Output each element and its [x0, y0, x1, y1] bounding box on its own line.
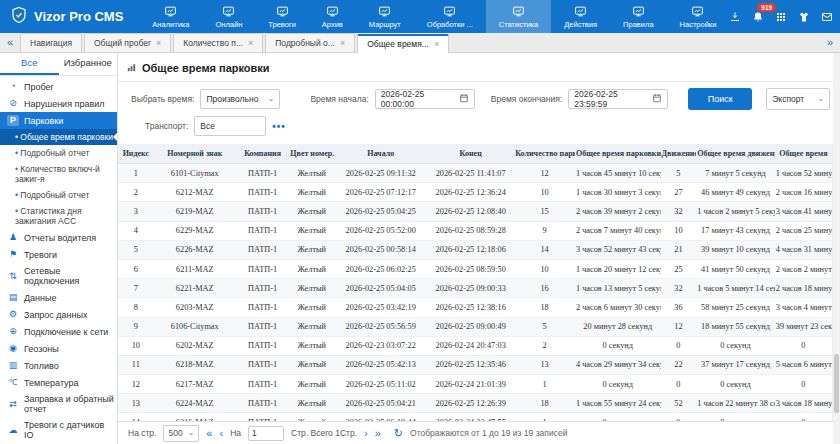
table-row[interactable]: 8 6203-MAZ ПАТП-1 Желтый 2026-02-25 03:4… — [118, 298, 832, 317]
sidebar-item-fuel[interactable]: Топливо — [0, 357, 117, 374]
sidebar-item-data-request[interactable]: Запрос данных — [0, 306, 117, 323]
end-time-input[interactable]: 2026-02-25 23:59:59 — [568, 89, 668, 109]
tab-close-icon[interactable]: × — [340, 39, 345, 48]
column-header[interactable]: Индекс — [118, 144, 154, 164]
nav-route[interactable]: Маршрут — [356, 0, 414, 33]
cell-parking-count: 12 — [514, 164, 575, 183]
sidebar-item-ignition-count[interactable]: Количество включ-й зажиг-я — [0, 161, 117, 187]
start-time-input[interactable]: 2026-02-25 00:00:00 — [375, 89, 475, 109]
table-row[interactable]: 9 6106-Citymax ПАТП-1 Желтый 2026-02-25 … — [118, 317, 832, 336]
table-row[interactable]: 12 6217-MAZ ПАТП-1 Желтый 2026-02-25 05:… — [118, 375, 832, 394]
tab-close-icon[interactable]: × — [156, 39, 161, 48]
sidebar-item-rule-violations[interactable]: Нарушения правил — [0, 95, 117, 112]
sidebar-item-driver-reports[interactable]: Отчеты водителя — [0, 229, 117, 246]
table-row[interactable]: 4 6229-MAZ ПАТП-1 Желтый 2026-02-25 05:5… — [118, 221, 832, 240]
cell-plate-color: Желтый — [289, 298, 334, 317]
sidebar-item-detailed-report-1[interactable]: Подробный отчет — [0, 145, 117, 161]
column-header[interactable]: Компания — [236, 144, 290, 164]
column-header[interactable]: Номерной знак — [154, 144, 236, 164]
search-button[interactable]: Поиск — [688, 88, 752, 110]
sidebar-item-geofences[interactable]: Геозоны — [0, 340, 117, 357]
cell-total-movement-time: 0 секунд — [696, 336, 775, 355]
sidebar-tab-favorites[interactable]: Избранное — [59, 53, 118, 75]
first-page-button[interactable]: « — [206, 428, 212, 439]
mail-icon[interactable] — [821, 11, 833, 23]
tab-total-mileage[interactable]: Общий пробег × — [84, 33, 171, 52]
time-range-select[interactable]: Произвольно ⌄ — [200, 89, 280, 109]
cell-movement-count: 32 — [661, 202, 697, 221]
last-page-button[interactable]: » — [375, 428, 381, 439]
table-row[interactable]: 10 6202-MAZ ПАТП-1 Желтый 2026-02-23 03:… — [118, 336, 832, 355]
sidebar-item-io-sensor-alarms[interactable]: Тревоги с датчиков IO — [0, 417, 117, 443]
sidebar-item-refuel-report[interactable]: Заправка и обратный отчет — [0, 391, 117, 417]
column-header[interactable]: Общее время парковки — [575, 144, 661, 164]
notifications-bell-icon[interactable]: 919 — [752, 11, 764, 23]
nav-statistics[interactable]: Статистика — [486, 0, 551, 33]
sidebar-item-detailed-report-2[interactable]: Подробный отчет — [0, 187, 117, 203]
column-header[interactable]: Общее время движения — [696, 144, 775, 164]
sidebar-item-alarms[interactable]: Тревоги — [0, 246, 117, 263]
calendar-icon[interactable] — [459, 93, 469, 105]
nav-actions[interactable]: Действия — [551, 0, 610, 33]
column-header[interactable]: Начало — [334, 144, 427, 164]
tab-total-time[interactable]: Общее время... × — [357, 34, 449, 53]
nav-settings[interactable]: Настройки — [667, 0, 730, 33]
nav-processing[interactable]: Обработки ... — [414, 0, 486, 33]
export-button[interactable]: Экспорт ⌄ — [766, 88, 830, 110]
nav-alarms[interactable]: Тревоги — [255, 0, 309, 33]
cell-company: ПАТП-1 — [236, 202, 290, 221]
prev-page-button[interactable]: ‹ — [219, 428, 223, 439]
apps-grid-icon[interactable] — [775, 11, 787, 23]
nav-rules[interactable]: Правила — [610, 0, 666, 33]
sidebar-group-parking[interactable]: Парковки — [0, 112, 117, 129]
sidebar-item-ignition-day-stats[interactable]: Статистика дня зажигания ACC — [0, 203, 117, 229]
table-row[interactable]: 14 6216-MAZ ПАТП-1 Желтый 2026-02-25 06:… — [118, 413, 832, 421]
transport-input[interactable]: Все — [194, 116, 266, 136]
column-header[interactable]: Количество парков — [514, 144, 575, 164]
download-icon[interactable] — [729, 11, 741, 23]
sidebar-item-network-connect[interactable]: Подключение к сети — [0, 323, 117, 340]
nav-archive[interactable]: Архив — [309, 0, 356, 33]
column-header[interactable]: Движение — [661, 144, 697, 164]
app-logo[interactable]: Vizor Pro CMS — [0, 0, 139, 33]
vertical-scrollbar[interactable] — [833, 53, 840, 444]
column-header[interactable]: Цвет номер. — [289, 144, 334, 164]
sidebar-item-temperature[interactable]: Температура — [0, 374, 117, 391]
tab-close-icon[interactable]: × — [248, 39, 253, 48]
table-row[interactable]: 1 6101-Citymax ПАТП-1 Желтый 2026-02-25 … — [118, 164, 832, 183]
sidebar-item-network-connections[interactable]: Сетевые подключения — [0, 263, 117, 289]
page-number-input[interactable] — [248, 426, 284, 441]
tab-close-icon[interactable]: × — [434, 40, 439, 49]
tabs-scroll-left-icon[interactable]: « — [0, 33, 20, 52]
driver-reports-icon — [7, 232, 19, 243]
nav-analytics[interactable]: Аналитика — [139, 0, 202, 33]
table-row[interactable]: 13 6224-MAZ ПАТП-1 Желтый 2026-02-25 05:… — [118, 394, 832, 413]
shirt-icon[interactable] — [798, 11, 810, 23]
sidebar-item-mileage[interactable]: Пробег — [0, 78, 117, 95]
table-row[interactable]: 7 6221-MAZ ПАТП-1 Желтый 2026-02-25 05:0… — [118, 279, 832, 298]
sidebar-item-total-parking-time[interactable]: Общее время парковки — [0, 129, 117, 145]
column-header[interactable]: Общее время — [775, 144, 832, 164]
per-page-select[interactable]: 500 ⌄ — [163, 425, 199, 442]
nav-online[interactable]: Онлайн — [202, 0, 255, 33]
sidebar-item-data[interactable]: Данные — [0, 289, 117, 306]
sidebar-tab-all[interactable]: Все — [0, 53, 59, 75]
cell-start-time: 2026-02-25 09:11:32 — [334, 164, 427, 183]
more-options-button[interactable]: ••• — [272, 121, 286, 132]
tabs-scroll-right-icon[interactable]: » — [820, 33, 840, 52]
tab-detailed[interactable]: Подробный о... × — [265, 33, 355, 52]
cell-movement-count: 0 — [661, 413, 697, 421]
table-row[interactable]: 3 6219-MAZ ПАТП-1 Желтый 2026-02-25 05:0… — [118, 202, 832, 221]
scrollbar-thumb[interactable] — [834, 354, 839, 413]
tab-navigation[interactable]: Навигация — [20, 33, 82, 52]
cell-parking-count: 13 — [514, 355, 575, 374]
table-row[interactable]: 2 6212-MAZ ПАТП-1 Желтый 2026-02-25 07:1… — [118, 183, 832, 202]
next-page-button[interactable]: › — [364, 428, 368, 439]
column-header[interactable]: Конец — [427, 144, 514, 164]
tab-quantity[interactable]: Количество п... × — [173, 33, 263, 52]
table-row[interactable]: 6 6211-MAZ ПАТП-1 Желтый 2026-02-25 06:0… — [118, 259, 832, 278]
table-row[interactable]: 5 6226-MAZ ПАТП-1 Желтый 2026-02-25 00:5… — [118, 240, 832, 259]
table-row[interactable]: 11 6218-MAZ ПАТП-1 Желтый 2026-02-25 05:… — [118, 355, 832, 374]
refresh-icon[interactable]: ↻ — [394, 427, 403, 440]
calendar-icon[interactable] — [652, 93, 662, 105]
